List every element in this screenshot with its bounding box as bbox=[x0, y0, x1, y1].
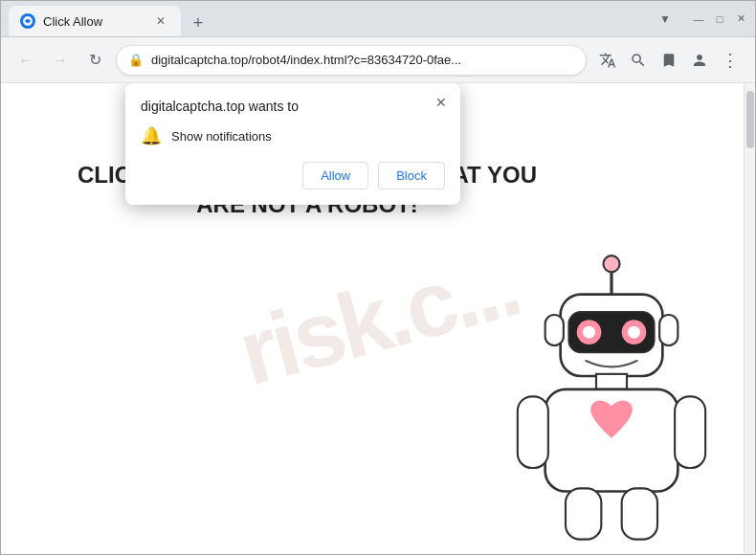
search-button[interactable] bbox=[625, 47, 652, 74]
svg-point-7 bbox=[583, 326, 595, 339]
popup-button-group: Allow Block bbox=[141, 162, 445, 189]
tab-favicon bbox=[20, 13, 35, 29]
bookmark-button[interactable] bbox=[656, 47, 682, 74]
minimize-button[interactable]: — bbox=[692, 12, 705, 26]
url-text: digitalcaptcha.top/robot4/index.html?c=8… bbox=[151, 53, 574, 67]
page-content: risk.c... CLICK «ALLOW» TO CONFIRM THAT … bbox=[1, 83, 755, 554]
address-bar[interactable]: 🔒 digitalcaptcha.top/robot4/index.html?c… bbox=[116, 45, 587, 76]
robot-illustration bbox=[497, 238, 726, 544]
svg-rect-14 bbox=[675, 396, 705, 468]
popup-title: digitalcaptcha.top wants to bbox=[141, 99, 445, 114]
bell-icon: 🔔 bbox=[141, 125, 162, 146]
popup-close-button[interactable]: ✕ bbox=[432, 93, 451, 112]
svg-point-8 bbox=[628, 326, 640, 339]
forward-button[interactable]: → bbox=[47, 47, 74, 74]
close-button[interactable]: ✕ bbox=[734, 12, 747, 26]
menu-button[interactable]: ⋮ bbox=[717, 47, 744, 74]
translate-button[interactable] bbox=[594, 47, 621, 74]
tab-container: Click Allow ✕ + bbox=[9, 1, 646, 36]
notification-popup: ✕ digitalcaptcha.top wants to 🔔 Show not… bbox=[125, 83, 460, 205]
tab-search-button[interactable]: ▼ bbox=[652, 6, 678, 33]
toolbar-actions: ⋮ bbox=[594, 47, 744, 74]
svg-rect-16 bbox=[622, 488, 657, 539]
active-tab[interactable]: Click Allow ✕ bbox=[9, 6, 181, 36]
svg-rect-12 bbox=[545, 389, 678, 492]
new-tab-button[interactable]: + bbox=[185, 10, 211, 36]
block-button[interactable]: Block bbox=[378, 162, 445, 189]
allow-button[interactable]: Allow bbox=[302, 162, 368, 189]
svg-rect-11 bbox=[596, 374, 627, 389]
svg-rect-13 bbox=[518, 396, 548, 468]
permission-label: Show notifications bbox=[171, 129, 272, 144]
lock-icon: 🔒 bbox=[128, 53, 144, 67]
back-button[interactable]: ← bbox=[12, 47, 39, 74]
window-controls: — □ ✕ bbox=[692, 12, 747, 26]
svg-rect-15 bbox=[566, 488, 601, 539]
profile-button[interactable] bbox=[686, 47, 713, 74]
tab-close-button[interactable]: ✕ bbox=[152, 12, 169, 30]
browser-window: Click Allow ✕ + ▼ — □ ✕ ← → ↻ 🔒 digitalc… bbox=[0, 0, 756, 555]
scrollbar-thumb[interactable] bbox=[746, 91, 754, 148]
refresh-button[interactable]: ↻ bbox=[81, 47, 108, 74]
scrollbar[interactable] bbox=[744, 83, 755, 554]
svg-rect-9 bbox=[545, 315, 564, 345]
title-bar: Click Allow ✕ + ▼ — □ ✕ bbox=[1, 1, 755, 37]
tab-title: Click Allow bbox=[43, 14, 145, 29]
maximize-button[interactable]: □ bbox=[713, 12, 726, 26]
svg-rect-10 bbox=[659, 315, 678, 345]
svg-point-2 bbox=[603, 255, 619, 272]
popup-permission-row: 🔔 Show notifications bbox=[141, 125, 445, 146]
browser-toolbar: ← → ↻ 🔒 digitalcaptcha.top/robot4/index.… bbox=[1, 37, 755, 83]
